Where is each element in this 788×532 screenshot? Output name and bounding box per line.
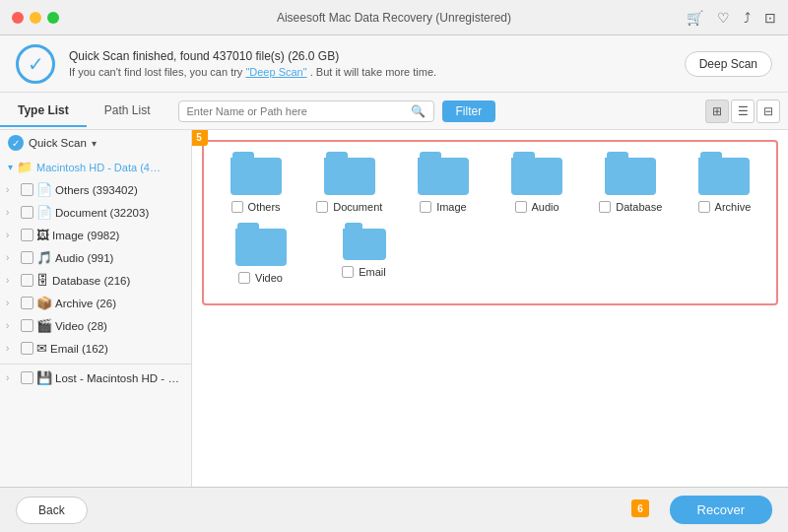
- sidebar-label-image: Image (9982): [52, 230, 185, 241]
- grid-checkbox-email[interactable]: [342, 266, 354, 278]
- file-grid: Others Document: [202, 140, 778, 305]
- checkbox-others[interactable]: [21, 183, 33, 196]
- success-icon: ✓: [16, 44, 55, 84]
- archive-icon: 📦: [36, 296, 52, 310]
- minimize-button[interactable]: [30, 12, 41, 24]
- grid-item-archive[interactable]: Archive: [683, 152, 766, 213]
- grid-row-1: Others Document: [214, 152, 766, 213]
- arrow-icon: ›: [6, 230, 18, 240]
- sidebar-item-video[interactable]: › 🎬 Video (28): [0, 314, 191, 337]
- file-area: 5 Others: [192, 130, 788, 487]
- sidebar-label-lost: Lost - Macintosh HD - Data (0: [55, 372, 185, 384]
- grid-checkbox-image[interactable]: [420, 201, 431, 213]
- sidebar-item-others[interactable]: › 📄 Others (393402): [0, 178, 191, 201]
- grid-item-database[interactable]: Database: [589, 152, 673, 213]
- grid-checkbox-audio[interactable]: [515, 201, 527, 213]
- video-icon: 🎬: [36, 318, 52, 333]
- grid-checkbox-archive[interactable]: [698, 201, 710, 213]
- search-area: 🔍 Filter: [168, 100, 706, 122]
- search-box: 🔍: [178, 100, 434, 122]
- grid-checkbox-video[interactable]: [238, 272, 250, 284]
- grid-view-button[interactable]: ⊞: [705, 100, 729, 123]
- checkbox-archive[interactable]: [21, 297, 33, 309]
- sidebar-item-image[interactable]: › 🖼 Image (9982): [0, 224, 191, 246]
- grid-label-image: Image: [436, 201, 467, 213]
- header-bar: ✓ Quick Scan finished, found 437010 file…: [0, 35, 788, 93]
- maximize-button[interactable]: [47, 12, 59, 24]
- arrow-icon: ›: [6, 320, 18, 331]
- grid-label-archive: Archive: [715, 201, 752, 213]
- folder-database-icon: [605, 152, 656, 195]
- main-content: ✓ Quick Scan ▾ ▾ 📁 Macintosh HD - Data (…: [0, 130, 788, 487]
- deep-scan-link[interactable]: "Deep Scan": [245, 66, 306, 78]
- grid-label-document: Document: [333, 201, 382, 213]
- sidebar-item-database[interactable]: › 🗄 Database (216): [0, 269, 191, 292]
- list-view-button[interactable]: ☰: [731, 100, 755, 123]
- search-input[interactable]: [187, 105, 407, 117]
- checkbox-database[interactable]: [21, 274, 33, 287]
- checkbox-lost[interactable]: [21, 371, 33, 384]
- grid-item-video[interactable]: Video: [214, 223, 307, 284]
- grid-item-email[interactable]: Email: [317, 223, 411, 284]
- sidebar-label-video: Video (28): [55, 320, 185, 332]
- arrow-icon: ›: [6, 252, 18, 263]
- recover-button[interactable]: Recover: [670, 496, 772, 524]
- grid-item-audio[interactable]: Audio: [495, 152, 579, 213]
- database-icon: 🗄: [36, 273, 49, 288]
- back-button[interactable]: Back: [16, 497, 88, 524]
- scan-result-line2: If you can't find lost files, you can tr…: [69, 66, 671, 78]
- grid-item-document[interactable]: Document: [307, 152, 391, 213]
- sidebar-label-archive: Archive (26): [55, 298, 185, 309]
- grid-checkbox-others[interactable]: [231, 201, 243, 213]
- close-button[interactable]: [12, 12, 24, 24]
- grid-checkbox-database[interactable]: [599, 201, 611, 213]
- step-badge-5: 5: [192, 130, 208, 146]
- checkbox-video[interactable]: [21, 319, 33, 332]
- cart-icon[interactable]: 🛒: [687, 10, 703, 26]
- arrow-icon: ›: [6, 184, 18, 195]
- grid-checkbox-document[interactable]: [316, 201, 328, 213]
- sidebar-label-audio: Audio (991): [55, 252, 185, 264]
- folder-email-icon: [343, 223, 386, 260]
- tab-path-list[interactable]: Path List: [87, 96, 168, 127]
- traffic-lights: [12, 12, 59, 24]
- folder-audio-icon: [511, 152, 562, 195]
- sidebar-item-document[interactable]: › 📄 Document (32203): [0, 201, 191, 224]
- filter-button[interactable]: Filter: [442, 100, 496, 122]
- detail-view-button[interactable]: ⊟: [756, 100, 780, 123]
- scan-result-line1: Quick Scan finished, found 437010 file(s…: [69, 49, 671, 63]
- window-icon[interactable]: ⊡: [764, 10, 776, 26]
- share-icon[interactable]: ⤴: [744, 10, 751, 26]
- quick-scan-label: Quick Scan: [29, 137, 87, 149]
- checkbox-email[interactable]: [21, 342, 33, 355]
- grid-label-video: Video: [255, 272, 283, 284]
- sidebar-item-email[interactable]: › ✉ Email (162): [0, 337, 191, 360]
- sidebar-item-archive[interactable]: › 📦 Archive (26): [0, 292, 191, 314]
- grid-label-others: Others: [248, 201, 281, 213]
- sidebar-item-lost[interactable]: › 💾 Lost - Macintosh HD - Data (0: [0, 364, 191, 389]
- sidebar-item-audio[interactable]: › 🎵 Audio (991): [0, 246, 191, 269]
- arrow-icon: ›: [6, 207, 18, 218]
- tab-type-list[interactable]: Type List: [0, 96, 87, 127]
- bottom-bar: Back 6 Recover: [0, 487, 788, 532]
- grid-item-image[interactable]: Image: [401, 152, 485, 213]
- tab-bar: Type List Path List 🔍 Filter ⊞ ☰ ⊟: [0, 93, 788, 130]
- title-bar: Aiseesoft Mac Data Recovery (Unregistere…: [0, 0, 788, 35]
- folder-image-icon: [418, 152, 469, 195]
- arrow-icon: ›: [6, 275, 18, 286]
- view-toggle: ⊞ ☰ ⊟: [705, 100, 780, 123]
- image-icon: 🖼: [36, 228, 49, 242]
- sidebar-label-document: Document (32203): [55, 207, 185, 219]
- app-title: Aiseesoft Mac Data Recovery (Unregistere…: [277, 11, 511, 25]
- grid-label-email: Email: [359, 266, 386, 278]
- sidebar-macintosh-row[interactable]: ▾ 📁 Macintosh HD - Data (437010: [0, 156, 191, 178]
- deep-scan-button[interactable]: Deep Scan: [685, 51, 772, 77]
- checkbox-audio[interactable]: [21, 251, 33, 264]
- sidebar-quick-scan[interactable]: ✓ Quick Scan ▾: [0, 130, 191, 156]
- checkbox-document[interactable]: [21, 206, 33, 219]
- checkbox-image[interactable]: [21, 229, 33, 241]
- grid-item-others[interactable]: Others: [214, 152, 297, 213]
- step-badge-6: 6: [631, 499, 649, 517]
- user-icon[interactable]: ♡: [717, 10, 730, 26]
- title-icon-area: 🛒 ♡ ⤴ ⊡: [687, 10, 776, 26]
